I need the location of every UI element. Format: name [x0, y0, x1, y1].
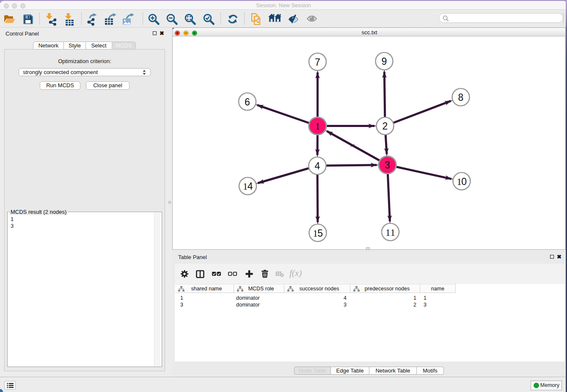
svg-text:7: 7 [315, 57, 320, 68]
svg-text:8: 8 [458, 92, 464, 103]
svg-text:4: 4 [248, 181, 253, 192]
svg-text:5: 5 [317, 228, 323, 239]
svg-text:1: 1 [390, 227, 395, 238]
svg-text:1: 1 [315, 121, 320, 132]
svg-text:3: 3 [385, 160, 390, 171]
svg-text:4: 4 [315, 160, 320, 171]
svg-text:6: 6 [245, 97, 250, 108]
svg-text:9: 9 [382, 56, 387, 67]
svg-text:1: 1 [385, 227, 391, 238]
svg-text:2: 2 [383, 121, 388, 132]
svg-text:0: 0 [461, 176, 467, 187]
